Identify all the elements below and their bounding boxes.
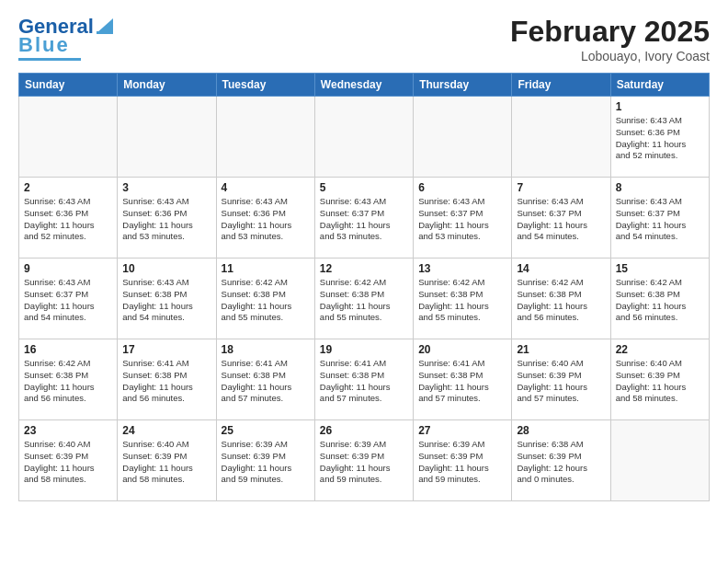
col-saturday: Saturday [610, 74, 709, 97]
table-row: 22Sunrise: 6:40 AMSunset: 6:39 PMDayligh… [610, 339, 709, 420]
table-row [118, 97, 216, 178]
day-number: 9 [24, 262, 112, 275]
table-row [610, 420, 709, 501]
day-number: 17 [122, 343, 210, 356]
table-row: 16Sunrise: 6:42 AMSunset: 6:38 PMDayligh… [19, 339, 118, 420]
title-block: February 2025 Lobouayo, Ivory Coast [510, 15, 710, 63]
table-row: 26Sunrise: 6:39 AMSunset: 6:39 PMDayligh… [314, 420, 413, 501]
calendar-week-row: 23Sunrise: 6:40 AMSunset: 6:39 PMDayligh… [19, 420, 710, 501]
table-row: 8Sunrise: 6:43 AMSunset: 6:37 PMDaylight… [610, 178, 709, 259]
table-row: 10Sunrise: 6:43 AMSunset: 6:38 PMDayligh… [118, 259, 216, 339]
day-info: Sunrise: 6:43 AMSunset: 6:37 PMDaylight:… [517, 196, 605, 243]
day-number: 21 [517, 343, 605, 356]
col-friday: Friday [512, 74, 610, 97]
table-row: 2Sunrise: 6:43 AMSunset: 6:36 PMDaylight… [19, 178, 118, 259]
table-row: 13Sunrise: 6:42 AMSunset: 6:38 PMDayligh… [414, 259, 512, 339]
day-number: 14 [517, 262, 605, 275]
table-row: 19Sunrise: 6:41 AMSunset: 6:38 PMDayligh… [314, 339, 413, 420]
day-info: Sunrise: 6:42 AMSunset: 6:38 PMDaylight:… [616, 277, 704, 324]
day-number: 20 [418, 343, 506, 356]
day-number: 15 [616, 262, 704, 275]
col-wednesday: Wednesday [314, 74, 413, 97]
table-row: 4Sunrise: 6:43 AMSunset: 6:36 PMDaylight… [216, 178, 314, 259]
day-number: 13 [418, 262, 506, 275]
table-row [216, 97, 314, 178]
day-number: 22 [616, 343, 704, 356]
calendar-week-row: 2Sunrise: 6:43 AMSunset: 6:36 PMDaylight… [19, 178, 710, 259]
day-number: 6 [418, 181, 506, 194]
logo-blue: Blue [18, 33, 70, 57]
col-monday: Monday [118, 74, 216, 97]
day-info: Sunrise: 6:40 AMSunset: 6:39 PMDaylight:… [24, 439, 112, 486]
table-row: 17Sunrise: 6:41 AMSunset: 6:38 PMDayligh… [118, 339, 216, 420]
day-info: Sunrise: 6:42 AMSunset: 6:38 PMDaylight:… [222, 277, 310, 324]
day-number: 2 [24, 181, 112, 194]
day-info: Sunrise: 6:42 AMSunset: 6:38 PMDaylight:… [517, 277, 605, 324]
day-info: Sunrise: 6:42 AMSunset: 6:38 PMDaylight:… [24, 358, 112, 405]
table-row: 1Sunrise: 6:43 AMSunset: 6:36 PMDaylight… [610, 97, 709, 178]
table-row: 7Sunrise: 6:43 AMSunset: 6:37 PMDaylight… [512, 178, 610, 259]
table-row: 21Sunrise: 6:40 AMSunset: 6:39 PMDayligh… [512, 339, 610, 420]
col-sunday: Sunday [19, 74, 118, 97]
day-info: Sunrise: 6:42 AMSunset: 6:38 PMDaylight:… [320, 277, 408, 324]
day-number: 8 [616, 181, 704, 194]
calendar-week-row: 16Sunrise: 6:42 AMSunset: 6:38 PMDayligh… [19, 339, 710, 420]
svg-rect-1 [97, 31, 113, 34]
table-row [19, 97, 118, 178]
col-thursday: Thursday [414, 74, 512, 97]
day-number: 4 [222, 181, 310, 194]
table-row [512, 97, 610, 178]
col-tuesday: Tuesday [216, 74, 314, 97]
day-info: Sunrise: 6:43 AMSunset: 6:36 PMDaylight:… [616, 115, 704, 162]
day-info: Sunrise: 6:42 AMSunset: 6:38 PMDaylight:… [418, 277, 506, 324]
day-info: Sunrise: 6:43 AMSunset: 6:36 PMDaylight:… [24, 196, 112, 243]
day-number: 11 [222, 262, 310, 275]
table-row: 6Sunrise: 6:43 AMSunset: 6:37 PMDaylight… [414, 178, 512, 259]
table-row: 5Sunrise: 6:43 AMSunset: 6:37 PMDaylight… [314, 178, 413, 259]
day-number: 26 [320, 424, 408, 437]
day-info: Sunrise: 6:43 AMSunset: 6:37 PMDaylight:… [24, 277, 112, 324]
logo: General Blue [18, 15, 115, 61]
table-row: 23Sunrise: 6:40 AMSunset: 6:39 PMDayligh… [19, 420, 118, 501]
day-info: Sunrise: 6:43 AMSunset: 6:36 PMDaylight:… [222, 196, 310, 243]
table-row: 9Sunrise: 6:43 AMSunset: 6:37 PMDaylight… [19, 259, 118, 339]
day-number: 7 [517, 181, 605, 194]
day-info: Sunrise: 6:43 AMSunset: 6:37 PMDaylight:… [418, 196, 506, 243]
day-number: 25 [222, 424, 310, 437]
logo-underline [18, 58, 81, 61]
month-year: February 2025 [510, 15, 710, 49]
day-info: Sunrise: 6:39 AMSunset: 6:39 PMDaylight:… [320, 439, 408, 486]
table-row: 18Sunrise: 6:41 AMSunset: 6:38 PMDayligh… [216, 339, 314, 420]
table-row: 28Sunrise: 6:38 AMSunset: 6:39 PMDayligh… [512, 420, 610, 501]
day-number: 16 [24, 343, 112, 356]
table-row [314, 97, 413, 178]
day-info: Sunrise: 6:43 AMSunset: 6:36 PMDaylight:… [122, 196, 210, 243]
day-number: 1 [616, 100, 704, 113]
day-number: 27 [418, 424, 506, 437]
table-row: 15Sunrise: 6:42 AMSunset: 6:38 PMDayligh… [610, 259, 709, 339]
day-info: Sunrise: 6:41 AMSunset: 6:38 PMDaylight:… [122, 358, 210, 405]
day-number: 12 [320, 262, 408, 275]
day-number: 23 [24, 424, 112, 437]
day-info: Sunrise: 6:39 AMSunset: 6:39 PMDaylight:… [222, 439, 310, 486]
calendar: Sunday Monday Tuesday Wednesday Thursday… [18, 73, 710, 501]
calendar-header-row: Sunday Monday Tuesday Wednesday Thursday… [19, 74, 710, 97]
table-row: 20Sunrise: 6:41 AMSunset: 6:38 PMDayligh… [414, 339, 512, 420]
day-info: Sunrise: 6:41 AMSunset: 6:38 PMDaylight:… [222, 358, 310, 405]
table-row: 27Sunrise: 6:39 AMSunset: 6:39 PMDayligh… [414, 420, 512, 501]
calendar-week-row: 1Sunrise: 6:43 AMSunset: 6:36 PMDaylight… [19, 97, 710, 178]
location: Lobouayo, Ivory Coast [510, 49, 710, 63]
table-row: 3Sunrise: 6:43 AMSunset: 6:36 PMDaylight… [118, 178, 216, 259]
day-number: 28 [517, 424, 605, 437]
day-number: 19 [320, 343, 408, 356]
table-row [414, 97, 512, 178]
table-row: 25Sunrise: 6:39 AMSunset: 6:39 PMDayligh… [216, 420, 314, 501]
table-row: 12Sunrise: 6:42 AMSunset: 6:38 PMDayligh… [314, 259, 413, 339]
header: General Blue February 2025 Lobouayo, Ivo… [18, 15, 710, 63]
day-number: 24 [122, 424, 210, 437]
day-info: Sunrise: 6:41 AMSunset: 6:38 PMDaylight:… [320, 358, 408, 405]
table-row: 11Sunrise: 6:42 AMSunset: 6:38 PMDayligh… [216, 259, 314, 339]
day-number: 3 [122, 181, 210, 194]
table-row: 14Sunrise: 6:42 AMSunset: 6:38 PMDayligh… [512, 259, 610, 339]
day-info: Sunrise: 6:43 AMSunset: 6:37 PMDaylight:… [616, 196, 704, 243]
